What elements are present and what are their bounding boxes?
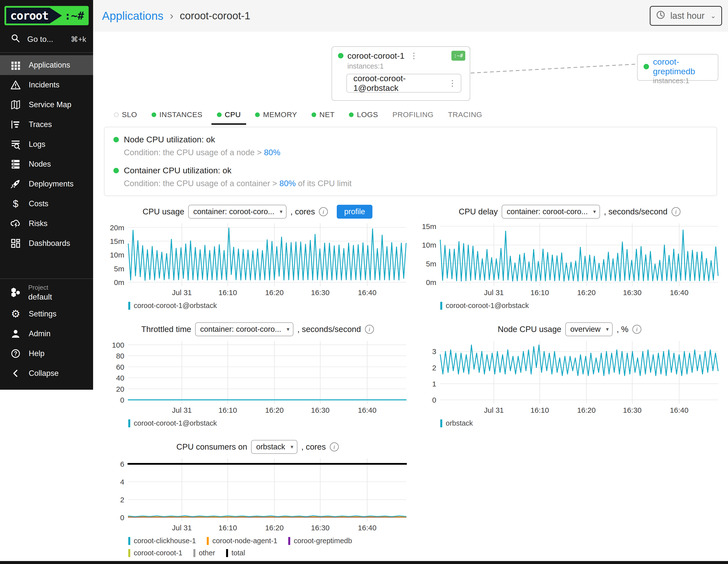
- peer-app-link[interactable]: coroot-greptimedb: [653, 57, 718, 76]
- legend-item[interactable]: coroot-coroot-1@orbstack: [128, 302, 217, 310]
- tab-profiling[interactable]: PROFILING: [392, 110, 434, 119]
- legend-label: coroot-clickhouse-1: [134, 537, 196, 545]
- logs-search-icon: [10, 139, 21, 150]
- check-node-cpu: Node CPU utilization: ok: [113, 135, 707, 144]
- instance-coroot-coroot-1-orbstack[interactable]: coroot-coroot-1@orbstack ⋮: [346, 74, 461, 93]
- legend-item[interactable]: coroot-clickhouse-1: [128, 537, 196, 545]
- svg-text:16:30: 16:30: [623, 406, 642, 414]
- legend-label: total: [232, 549, 245, 557]
- sidebar-item-dashboards[interactable]: Dashboards: [0, 233, 93, 253]
- profile-button[interactable]: profile: [337, 205, 372, 219]
- series-selector-dropdown[interactable]: container: coroot-coro...▾: [195, 322, 293, 336]
- info-icon[interactable]: i: [319, 207, 328, 216]
- legend-item[interactable]: coroot-coroot-1: [128, 549, 182, 557]
- sidebar-item-nodes[interactable]: Nodes: [0, 154, 93, 174]
- tab-tracing[interactable]: TRACING: [448, 110, 482, 119]
- tab-net[interactable]: NET: [312, 110, 335, 119]
- info-icon[interactable]: i: [330, 442, 339, 451]
- svg-text:3: 3: [432, 347, 436, 356]
- time-range-picker[interactable]: last hour ⌄: [650, 6, 722, 26]
- cpu-consumers-chart: CPU consumers on orbstack▾ , cores i 642…: [106, 439, 409, 557]
- peer-card-coroot-greptimedb[interactable]: coroot-greptimedb instances:1: [637, 54, 718, 81]
- dropdown-caret-icon: ▾: [606, 326, 609, 333]
- sidebar-item-incidents[interactable]: Incidents: [0, 75, 93, 95]
- status-dot-empty: [114, 112, 119, 117]
- threshold-link[interactable]: 80%: [264, 148, 280, 157]
- chart-plot: 20m15m10m5m0mJul 3116:1016:2016:3016:40: [106, 220, 409, 297]
- series-line: [440, 345, 718, 376]
- tab-slo[interactable]: SLO: [114, 110, 137, 119]
- breadcrumb-current: coroot-coroot-1: [180, 10, 250, 22]
- tab-cpu[interactable]: CPU: [217, 110, 241, 119]
- sidebar-item-risks[interactable]: Risks: [0, 214, 93, 233]
- legend-swatch: [207, 537, 209, 545]
- node-selector-dropdown[interactable]: orbstack▾: [251, 440, 297, 454]
- app-card-coroot-coroot-1[interactable]: coroot-coroot-1 ⋮ :~# instances:1 coroot…: [332, 46, 470, 101]
- svg-text:10m: 10m: [422, 241, 436, 249]
- kebab-menu-icon[interactable]: ⋮: [448, 78, 456, 88]
- sidebar-project-switcher[interactable]: Project default: [0, 281, 93, 304]
- legend-swatch: [440, 302, 442, 310]
- sidebar-item-logs[interactable]: Logs: [0, 134, 93, 154]
- info-icon[interactable]: i: [365, 325, 374, 334]
- cpu-delay-chart: CPU delay container: coroot-coro...▾ , s…: [418, 204, 721, 310]
- svg-text:60: 60: [116, 363, 124, 371]
- coroot-logo[interactable]: coroot :~#: [4, 6, 89, 25]
- instance-name: coroot-coroot-1@orbstack: [353, 74, 443, 93]
- goto-search[interactable]: Go to... ⌘+k: [10, 33, 86, 46]
- status-dot-green: [644, 64, 649, 69]
- sidebar-item-collapse[interactable]: Collapse: [0, 363, 93, 383]
- series-selector-dropdown[interactable]: container: coroot-coro...▾: [188, 205, 286, 219]
- sidebar-item-applications[interactable]: Applications: [0, 55, 93, 75]
- legend-label: other: [199, 549, 215, 557]
- chart-title: CPU usage container: coroot-coro...▾ , c…: [106, 204, 409, 220]
- sidebar-item-label: Collapse: [29, 369, 59, 378]
- chart-title: Throttled time container: coroot-coro...…: [106, 321, 409, 337]
- svg-text:16:40: 16:40: [358, 406, 376, 414]
- chart-plot: 6420Jul 3116:1016:2016:3016:40: [106, 455, 409, 532]
- sidebar-item-costs[interactable]: $ Costs: [0, 194, 93, 214]
- tab-logs[interactable]: LOGS: [349, 110, 378, 119]
- sidebar-item-service-map[interactable]: Service Map: [0, 95, 93, 115]
- svg-text:16:20: 16:20: [265, 406, 284, 414]
- info-icon[interactable]: i: [632, 325, 641, 334]
- sidebar-item-label: Applications: [29, 61, 70, 70]
- svg-text:20: 20: [116, 385, 124, 393]
- info-icon[interactable]: i: [672, 207, 680, 216]
- status-dot-green: [255, 112, 260, 117]
- cpu-usage-chart: CPU usage container: coroot-coro...▾ , c…: [106, 204, 409, 310]
- breadcrumb-applications-link[interactable]: Applications: [102, 9, 163, 23]
- throttled-time-chart: Throttled time container: coroot-coro...…: [106, 321, 409, 427]
- svg-text:$: $: [13, 198, 18, 209]
- sidebar-item-traces[interactable]: Traces: [0, 115, 93, 134]
- threshold-link[interactable]: 80%: [279, 179, 296, 188]
- sidebar-item-label: Help: [29, 349, 45, 358]
- logo-prompt: :~#: [64, 9, 84, 22]
- legend-swatch: [128, 549, 130, 557]
- legend-item[interactable]: other: [193, 549, 215, 557]
- tab-instances[interactable]: INSTANCES: [152, 110, 203, 119]
- person-icon: [10, 328, 21, 339]
- tab-memory[interactable]: MEMORY: [255, 110, 297, 119]
- top-header: Applications › coroot-coroot-1 last hour…: [93, 0, 728, 32]
- sidebar-item-help[interactable]: ? Help: [0, 344, 93, 363]
- logo-brand: coroot: [6, 8, 62, 24]
- hexagons-icon: [10, 287, 21, 299]
- sidebar-item-settings[interactable]: ⚙ Settings: [0, 304, 93, 324]
- kebab-menu-icon[interactable]: ⋮: [410, 51, 418, 60]
- legend-item[interactable]: total: [226, 549, 245, 557]
- svg-text:0m: 0m: [114, 278, 124, 286]
- goto-label: Go to...: [27, 35, 53, 44]
- legend-item[interactable]: coroot-coroot-1@orbstack: [128, 419, 217, 427]
- svg-text:16:10: 16:10: [218, 524, 237, 532]
- series-selector-dropdown[interactable]: overview▾: [565, 322, 613, 336]
- legend-item[interactable]: coroot-greptimedb: [288, 537, 352, 545]
- legend-item[interactable]: coroot-node-agent-1: [207, 537, 277, 545]
- legend-item[interactable]: orbstack: [440, 419, 473, 427]
- app-instances-count: instances:1: [347, 62, 465, 70]
- series-selector-dropdown[interactable]: container: coroot-coro...▾: [502, 205, 600, 219]
- legend-item[interactable]: coroot-coroot-1@orbstack: [440, 302, 529, 310]
- sidebar-item-admin[interactable]: Admin: [0, 324, 93, 344]
- cpu-checks-panel: Node CPU utilization: ok Condition: the …: [104, 127, 717, 196]
- sidebar-item-deployments[interactable]: Deployments: [0, 174, 93, 194]
